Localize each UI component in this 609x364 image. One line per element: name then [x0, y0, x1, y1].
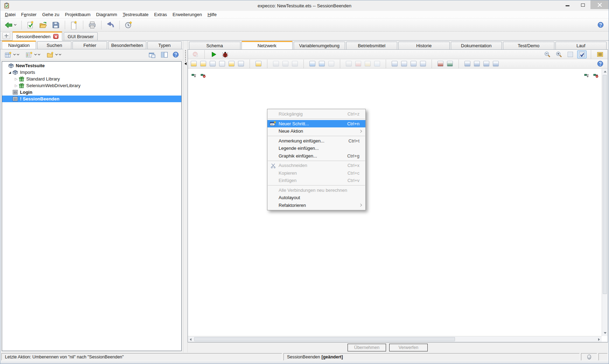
remove-breakpoints-button[interactable]: [191, 50, 200, 58]
context-item-ausschneiden[interactable]: AusschneidenCtrl+x: [267, 162, 365, 169]
scroll-down-icon[interactable]: [604, 332, 607, 334]
menu-extras[interactable]: Extras: [151, 11, 170, 18]
back-button[interactable]: [3, 20, 18, 30]
help-button[interactable]: [596, 21, 605, 29]
pin-top-right-icon[interactable]: [474, 61, 480, 66]
expander-icon[interactable]: ◢: [8, 71, 12, 74]
run-button[interactable]: [209, 50, 218, 58]
menu-datei[interactable]: Datei: [2, 11, 18, 18]
tree-item-standard-library[interactable]: ▷Standard Library: [2, 76, 181, 82]
insert-graphic-icon[interactable]: [255, 61, 261, 66]
grid-snap-button[interactable]: [577, 50, 587, 58]
apply-button[interactable]: Übernehmen: [348, 344, 386, 351]
copy-diagram-icon[interactable]: [210, 61, 216, 66]
float-window-button[interactable]: [147, 51, 158, 59]
vertical-scrollbar[interactable]: [602, 69, 608, 336]
scroll-left-icon[interactable]: [190, 338, 191, 341]
save-button[interactable]: [50, 20, 62, 30]
move-out-icon[interactable]: [292, 61, 298, 66]
tab-dokumentation[interactable]: Dokumentation: [451, 42, 502, 50]
tab-sessionbeenden[interactable]: SessionBeenden: [12, 31, 62, 41]
scroll-right-icon[interactable]: [598, 338, 600, 341]
expander-icon[interactable]: ▷: [14, 77, 18, 81]
swap-horizontal-icon[interactable]: [392, 61, 398, 66]
menu-testresultate[interactable]: Testresultate: [120, 11, 152, 18]
add-tab-button[interactable]: [2, 32, 10, 39]
new-testsuite-button[interactable]: [25, 20, 36, 30]
remove-input-pin-icon[interactable]: [201, 73, 206, 78]
tree-item-imports[interactable]: ◢Imports: [2, 69, 181, 76]
tree-item-sessionbeenden[interactable]: ! SessionBeenden: [2, 96, 181, 102]
save-image-icon[interactable]: [191, 61, 197, 66]
horizontal-scrollbar[interactable]: [188, 336, 602, 342]
network-canvas[interactable]: [188, 69, 608, 336]
menu-fenster[interactable]: Fenster: [18, 11, 39, 18]
context-item-neuer-schritt[interactable]: Neuer Schritt...Ctrl+n: [267, 120, 365, 128]
collapse-left-icon[interactable]: [184, 62, 187, 65]
context-item-legende-einfügen[interactable]: Legende einfügen...: [267, 145, 365, 152]
tab-variablenumgebung[interactable]: Variablenumgebung: [294, 42, 345, 50]
import-step-icon[interactable]: [273, 61, 279, 66]
add-input-pin-icon[interactable]: [191, 73, 197, 78]
add-frame-icon[interactable]: [319, 61, 325, 66]
restart-button[interactable]: [123, 20, 134, 30]
tab-typen[interactable]: Typen: [147, 41, 182, 49]
zoom-out-button[interactable]: [542, 50, 552, 58]
add-output-pin-icon[interactable]: [584, 73, 589, 78]
debug-button[interactable]: [220, 50, 230, 58]
swap-vertical-icon[interactable]: [401, 61, 407, 66]
context-item-anmerkung-einfügen[interactable]: Anmerkung einfügen...Ctrl+t: [267, 137, 365, 145]
new-item-menu-button[interactable]: [3, 51, 21, 59]
save-part-icon[interactable]: [200, 61, 206, 66]
discard-button[interactable]: Verwerfen: [389, 344, 428, 351]
tab-navigation[interactable]: Navigation: [2, 41, 36, 49]
close-tab-icon[interactable]: [53, 34, 58, 39]
align-columns-icon[interactable]: [411, 61, 416, 66]
add-connection-icon[interactable]: [309, 61, 315, 66]
settings-icon[interactable]: [346, 61, 352, 66]
tree-item-login[interactable]: Login: [2, 89, 181, 96]
menu-projektbaum[interactable]: Projektbaum: [62, 11, 93, 18]
maximize-button[interactable]: [575, 0, 590, 9]
menu-diagramm[interactable]: Diagramm: [93, 11, 120, 18]
panel-splitter[interactable]: [183, 41, 188, 352]
open-button[interactable]: [37, 20, 49, 30]
grid-button[interactable]: [566, 50, 575, 58]
left-help-button[interactable]: [171, 51, 180, 58]
context-item-rückgängig[interactable]: RückgängigCtrl+z: [267, 110, 365, 118]
context-item-graphik-einfügen[interactable]: Graphik einfügen...Ctrl+g: [267, 152, 365, 160]
tab-historie[interactable]: Historie: [398, 42, 450, 50]
output-pin-icon[interactable]: [447, 61, 453, 66]
context-item-kopieren[interactable]: KopierenCtrl+c: [267, 169, 365, 177]
delete-icon[interactable]: [355, 61, 361, 66]
tab-netzwerk[interactable]: Netzwerk: [241, 41, 293, 50]
unmark-icon[interactable]: [374, 61, 380, 66]
project-tree[interactable]: NewTestsuite◢Imports▷Standard Library▷Se…: [2, 61, 182, 351]
copy-frame-icon[interactable]: [238, 61, 244, 66]
network-help-button[interactable]: [596, 60, 605, 68]
undo-button[interactable]: [105, 20, 116, 30]
new-document-button[interactable]: [68, 20, 80, 30]
context-item-alle-verbindungen-neu-berechnen[interactable]: Alle Verbindungen neu berechnen: [267, 187, 365, 194]
scrollbar-thumb[interactable]: [603, 75, 607, 294]
minimize-button[interactable]: [560, 0, 575, 9]
context-item-refaktorieren[interactable]: Refaktorieren: [267, 202, 365, 209]
tab-betriebsmittel[interactable]: Betriebsmittel: [346, 42, 398, 50]
legend-button[interactable]: [595, 50, 605, 58]
tab-test-demo[interactable]: Test/Demo: [503, 42, 554, 50]
pin-top-left-icon[interactable]: [464, 61, 470, 66]
tab-lauf[interactable]: Lauf: [555, 42, 607, 50]
export-frame-icon[interactable]: [229, 61, 234, 66]
pin-bottom-right-icon[interactable]: [493, 61, 499, 66]
open-panel-icon[interactable]: [420, 61, 426, 66]
close-button[interactable]: [590, 0, 609, 9]
zoom-in-button[interactable]: [554, 50, 564, 58]
context-item-neue-aktion[interactable]: Neue Aktion: [267, 127, 365, 135]
context-item-einfügen[interactable]: EinfügenCtrl+v: [267, 177, 365, 184]
expander-icon[interactable]: ▷: [14, 84, 18, 88]
menu-gehe-zu[interactable]: Gehe zu: [39, 11, 62, 18]
context-item-autolayout[interactable]: Autolayout: [267, 194, 365, 202]
menu-hilfe[interactable]: Hilfe: [205, 11, 219, 18]
remove-output-pin-icon[interactable]: [593, 73, 598, 78]
tab-gui-browser[interactable]: GUI Browser: [64, 32, 97, 41]
